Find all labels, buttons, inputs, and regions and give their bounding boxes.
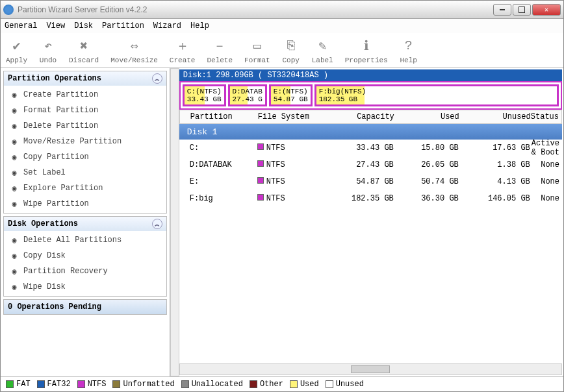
menu-partition[interactable]: Partition (102, 21, 144, 31)
delete-icon: － (211, 37, 229, 55)
ntfs-swatch-icon (257, 143, 264, 150)
panel-title: Disk Operations (8, 219, 78, 228)
tool-label: Discard (69, 56, 99, 64)
cell-filesystem: NTFS (257, 143, 322, 153)
partition-box[interactable]: C:(NTFS)33.43 GB (183, 84, 226, 106)
label-icon: ✎ (313, 37, 331, 55)
op-partition-recovery[interactable]: ◉Partition Recovery (4, 263, 166, 279)
op-label: Partition Recovery (23, 267, 108, 276)
close-button[interactable] (532, 4, 561, 16)
tool-delete[interactable]: －Delete (207, 37, 233, 64)
tool-label: Copy (282, 56, 299, 64)
menu-help[interactable]: Help (190, 21, 209, 31)
panel-disk-operations: Disk Operations ︽ ◉Delete All Partitions… (3, 216, 167, 297)
chevron-up-icon[interactable]: ︽ (152, 73, 162, 84)
legend-label: Unused (336, 380, 364, 389)
table-row[interactable]: D:DATABAKNTFS27.43 GB26.05 GB1.38 GBNone (179, 156, 562, 173)
op-label: Copy Disk (23, 251, 66, 260)
tool-discard[interactable]: ✖Discard (69, 37, 99, 64)
sidebar-scrollbar[interactable] (170, 68, 179, 376)
op-format-partition[interactable]: ◉Format Partition (4, 103, 166, 118)
op-create-partition[interactable]: ◉Create Partition (4, 87, 166, 103)
op-copy-partition[interactable]: ◉Copy Partition (4, 149, 166, 165)
partition-name: C:(NTFS) (187, 88, 222, 95)
cell-used: 15.80 GB (394, 143, 459, 153)
legend-label: Unallocated (192, 380, 243, 389)
partition-size: 182.35 GB (319, 95, 554, 103)
partition-box[interactable]: D:DATAB27.43 G (228, 84, 267, 106)
cell-filesystem: NTFS (257, 194, 322, 203)
op-label: Set Label (23, 168, 66, 177)
tool-apply[interactable]: ✔Apply (6, 37, 27, 64)
partition-box[interactable]: F:big(NTFS)182.35 GB (314, 84, 559, 106)
col-filesystem[interactable]: File System (258, 112, 323, 121)
tool-properties[interactable]: ℹProperties (345, 37, 388, 64)
title-bar: Partition Wizard Server Edition v4.2.2 (1, 1, 563, 19)
col-unused[interactable]: Unused (459, 112, 531, 121)
col-partition[interactable]: Partition (180, 112, 258, 121)
op-explore-partition[interactable]: ◉Explore Partition (4, 180, 166, 196)
menu-disk[interactable]: Disk (74, 21, 93, 31)
tool-help[interactable]: ?Help (400, 37, 418, 64)
op-wipe-partition[interactable]: ◉Wipe Partition (4, 196, 166, 212)
op-delete-all-partitions[interactable]: ◉Delete All Partitions (4, 232, 166, 248)
chevron-up-icon[interactable]: ︽ (152, 219, 162, 229)
menu-wizard[interactable]: Wizard (153, 21, 181, 31)
legend-unformatted: Unformatted (112, 380, 174, 389)
disk-group-label: Disk 1 (187, 127, 218, 137)
table-row[interactable]: C:NTFS33.43 GB15.80 GB17.63 GBActive & B… (179, 140, 562, 156)
tool-move-resize[interactable]: ⇔Move/Resize (110, 37, 158, 64)
op-set-label[interactable]: ◉Set Label (4, 165, 166, 180)
panel-header[interactable]: Disk Operations ︽ (4, 217, 166, 231)
panel-header[interactable]: Partition Operations ︽ (4, 71, 166, 86)
legend-label: Other (260, 380, 283, 389)
tool-undo[interactable]: ↶Undo (39, 37, 57, 64)
tool-create[interactable]: ＋Create (170, 37, 196, 64)
panel-title: Partition Operations (8, 74, 101, 83)
legend-other: Other (250, 380, 283, 389)
col-capacity[interactable]: Capacity (323, 112, 394, 121)
cell-used: 36.30 GB (394, 194, 459, 203)
tool-format[interactable]: ▭Format (244, 37, 270, 64)
table-row[interactable]: F:bigNTFS182.35 GB36.30 GB146.05 GBNone (179, 190, 562, 207)
cell-status: Active & Boot (530, 139, 562, 157)
minimize-button[interactable] (493, 4, 511, 16)
legend-unused: Unused (326, 380, 364, 389)
op-move-resize-partition[interactable]: ◉Move/Resize Partition (4, 134, 166, 149)
panel-pending: 0 Operations Pending (3, 299, 167, 315)
disk-group-row[interactable]: Disk 1 (179, 124, 562, 140)
tool-copy[interactable]: ⎘Copy (282, 37, 300, 64)
legend-used: Used (290, 380, 319, 389)
legend-swatch-icon (37, 380, 45, 388)
legend-swatch-icon (112, 380, 120, 388)
op-copy-disk[interactable]: ◉Copy Disk (4, 248, 166, 263)
scroll-thumb[interactable] (351, 365, 390, 373)
partition-box[interactable]: E:(NTFS)54.87 GB (269, 84, 313, 106)
menu-general[interactable]: General (5, 21, 37, 31)
legend-unallocated: Unallocated (181, 380, 243, 389)
cell-filesystem: NTFS (257, 177, 322, 186)
table-row[interactable]: E:NTFS54.87 GB50.74 GB4.13 GBNone (179, 173, 562, 190)
tool-label: Undo (40, 56, 57, 64)
horizontal-scrollbar[interactable] (179, 363, 562, 375)
tool-label[interactable]: ✎Label (312, 37, 333, 64)
properties-icon: ℹ (357, 37, 376, 55)
col-status[interactable]: Status (531, 112, 561, 121)
cell-partition: F:big (179, 194, 257, 203)
menu-view[interactable]: View (46, 21, 65, 31)
op-label: Wipe Disk (23, 282, 66, 291)
cell-status: None (530, 160, 562, 169)
col-used[interactable]: Used (394, 112, 459, 121)
legend-swatch-icon (77, 380, 85, 388)
ntfs-swatch-icon (257, 160, 264, 167)
op-wipe-disk[interactable]: ◉Wipe Disk (4, 279, 166, 295)
cell-partition: C: (179, 143, 257, 153)
panel-partition-operations: Partition Operations ︽ ◉Create Partition… (3, 71, 167, 214)
legend-swatch-icon (250, 380, 257, 388)
cell-filesystem: NTFS (257, 160, 322, 169)
legend-fat32: FAT32 (37, 380, 71, 389)
disk-icon: ◉ (9, 266, 19, 276)
op-delete-partition[interactable]: ◉Delete Partition (4, 118, 166, 134)
maximize-button[interactable] (513, 4, 531, 16)
move-resize-icon: ⇔ (125, 37, 144, 55)
